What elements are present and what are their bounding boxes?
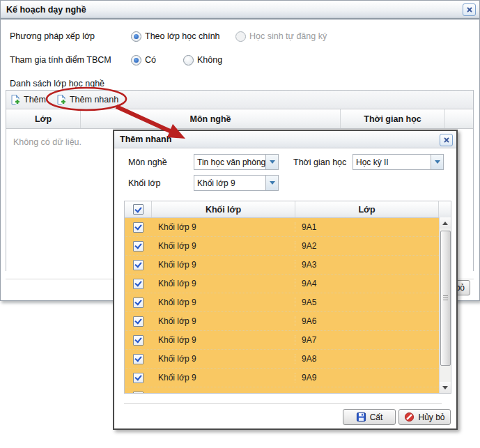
row-class: 9A2 [295, 241, 439, 251]
row-class: 9A4 [295, 279, 439, 288]
table-row-partial[interactable] [125, 387, 439, 394]
row-grade: Khối lớp 9 [152, 335, 295, 345]
subject-dropdown-value: Tin học văn phòng [194, 155, 265, 169]
row-checkbox[interactable] [133, 279, 144, 289]
list-section-label: Danh sách lớp học nghề [10, 79, 104, 88]
table-row[interactable]: Khối lớp 9 9A8 [125, 350, 439, 369]
term-dropdown-value: Học kỳ II [353, 155, 431, 169]
row-checkbox[interactable] [133, 241, 144, 252]
empty-table-text: Không có dữ liệu. [13, 137, 82, 147]
table-row[interactable]: Khối lớp 9 9A9 [125, 369, 439, 387]
cancel-icon [404, 412, 415, 422]
arrow-down-icon [442, 386, 448, 389]
save-button-label: Cất [370, 412, 383, 422]
save-disk-icon [356, 412, 366, 422]
scroll-down-button[interactable] [440, 382, 451, 393]
grade-dropdown[interactable]: Khối lớp 9 [194, 175, 279, 191]
row-checkbox[interactable] [133, 354, 144, 364]
row-checkbox[interactable] [133, 335, 144, 346]
table-row[interactable]: Khối lớp 9 9A1 [125, 218, 439, 237]
radio-khong-label: Không [197, 55, 222, 65]
row-class: 9A8 [295, 354, 439, 364]
column-header-lop[interactable]: Lớp [295, 201, 439, 217]
subject-dropdown[interactable]: Tin học văn phòng [194, 154, 279, 170]
row-checkbox[interactable] [133, 316, 144, 327]
add-button-label: Thêm [24, 95, 46, 105]
row-class: 9A5 [295, 298, 439, 307]
row-class: 9A6 [295, 316, 439, 326]
header-scrollbar-spacer [439, 201, 451, 217]
row-class: 9A9 [295, 373, 439, 383]
chevron-down-icon [270, 181, 275, 185]
row-grade: Khối lớp 9 [152, 298, 295, 307]
grid-toolbar: Thêm Thêm nhanh [6, 91, 473, 109]
placement-method-label: Phương pháp xếp lớp [10, 31, 95, 41]
table-row[interactable]: Khối lớp 9 9A3 [125, 256, 439, 275]
term-dropdown-trigger[interactable] [431, 155, 443, 169]
grid-header: Lớp Môn nghề Thời gian học [6, 109, 473, 129]
row-grade: Khối lớp 9 [152, 354, 295, 364]
add-button[interactable]: Thêm [10, 94, 46, 105]
row-checkbox[interactable] [133, 260, 144, 270]
column-header-thoi-gian-hoc[interactable]: Thời gian học [341, 109, 445, 128]
select-all-cell [125, 201, 152, 217]
chevron-down-icon [270, 160, 275, 164]
scrollbar[interactable] [439, 217, 451, 393]
table-row[interactable]: Khối lớp 9 9A6 [125, 312, 439, 331]
column-header-spacer [445, 109, 473, 128]
grade-label: Khối lớp [128, 178, 160, 188]
row-checkbox[interactable] [133, 373, 144, 383]
table-row[interactable]: Khối lớp 9 9A2 [125, 237, 439, 256]
radio-theo-lop-hoc-chinh-label: Theo lớp học chính [145, 31, 220, 41]
column-header-khoi-lop[interactable]: Khối lớp [152, 201, 295, 217]
save-button[interactable]: Cất [343, 409, 396, 425]
row-class: 9A1 [295, 222, 439, 232]
term-dropdown[interactable]: Học kỳ II [353, 154, 444, 170]
quick-add-close-button[interactable] [440, 134, 453, 146]
main-dialog-close-button[interactable] [463, 3, 476, 16]
quick-add-button[interactable]: Thêm nhanh [56, 94, 118, 105]
row-grade: Khối lớp 9 [152, 241, 295, 251]
row-checkbox[interactable] [133, 298, 144, 308]
add-document-icon [10, 94, 21, 105]
scroll-up-button[interactable] [440, 217, 451, 229]
row-class: 9A3 [295, 260, 439, 270]
selection-grid-body: Khối lớp 9 9A1 Khối lớp 9 9A2 Khối lớp 9… [125, 218, 439, 394]
subject-label: Môn nghề [128, 157, 167, 167]
chevron-down-icon [435, 160, 440, 164]
scrollbar-grip-icon [443, 295, 448, 301]
row-checkbox[interactable] [133, 392, 144, 394]
subject-dropdown-trigger[interactable] [265, 155, 278, 169]
scrollbar-thumb[interactable] [440, 231, 451, 366]
selection-grid-header: Khối lớp Lớp [125, 201, 451, 218]
grade-dropdown-value: Khối lớp 9 [194, 176, 265, 190]
select-all-checkbox[interactable] [133, 204, 144, 215]
radio-co[interactable] [131, 55, 141, 65]
quick-add-dialog: Thêm nhanh Môn nghề Tin học văn phòng Th… [113, 130, 458, 430]
tbcm-label: Tham gia tính điểm TBCM [10, 55, 111, 65]
radio-hoc-sinh-tu-dang-ky-label: Học sinh tự đăng ký [249, 31, 327, 41]
radio-theo-lop-hoc-chinh[interactable] [131, 31, 141, 42]
close-icon [443, 137, 450, 144]
main-dialog-title: Kế hoạch dạy nghề [1, 5, 86, 15]
table-row[interactable]: Khối lớp 9 9A7 [125, 331, 439, 350]
radio-co-label: Có [145, 55, 156, 65]
popup-footer-divider [124, 403, 442, 404]
main-dialog-titlebar: Kế hoạch dạy nghề [1, 1, 479, 20]
cancel-button-label: Hủy bỏ [418, 412, 444, 422]
row-grade: Khối lớp 9 [152, 316, 295, 326]
radio-khong[interactable] [183, 55, 194, 65]
row-grade: Khối lớp 9 [152, 279, 295, 288]
row-grade: Khối lớp 9 [152, 260, 295, 270]
radio-hoc-sinh-tu-dang-ky[interactable] [235, 31, 246, 42]
column-header-mon-nghe[interactable]: Môn nghề [81, 109, 341, 128]
grade-dropdown-trigger[interactable] [265, 176, 278, 190]
table-row[interactable]: Khối lớp 9 9A5 [125, 293, 439, 312]
row-checkbox[interactable] [133, 222, 144, 233]
cancel-button[interactable]: Hủy bỏ [398, 409, 451, 425]
row-class: 9A7 [295, 335, 439, 345]
table-row[interactable]: Khối lớp 9 9A4 [125, 275, 439, 293]
column-header-lop[interactable]: Lớp [6, 109, 81, 128]
row-grade: Khối lớp 9 [152, 222, 295, 232]
quick-add-title: Thêm nhanh [114, 134, 171, 144]
